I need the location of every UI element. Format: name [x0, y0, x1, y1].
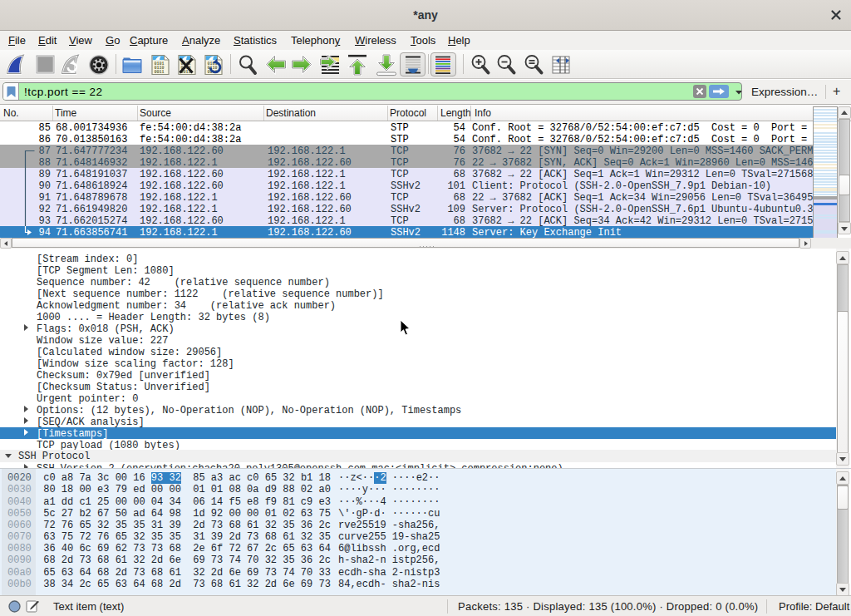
- svg-text:0011: 0011: [155, 70, 165, 75]
